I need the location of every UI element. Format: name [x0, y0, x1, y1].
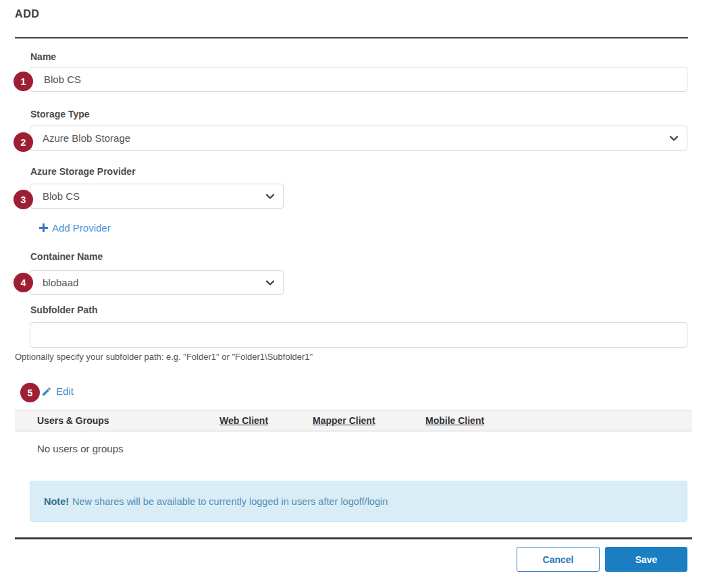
subfolder-help-text: Optionally specify your subfolder path: …	[15, 352, 313, 362]
page-title: ADD	[15, 8, 39, 20]
cancel-button[interactable]: Cancel	[517, 547, 600, 572]
container-label: Container Name	[30, 251, 103, 262]
provider-field-wrap: Blob CS	[30, 184, 284, 209]
name-input[interactable]	[30, 67, 687, 92]
step-badge-4: 4	[14, 273, 33, 292]
subfolder-input[interactable]	[30, 322, 687, 348]
header-users-groups: Users & Groups	[15, 415, 219, 426]
storage-type-label: Storage Type	[30, 109, 90, 119]
step-badge-1: 1	[14, 72, 33, 91]
subfolder-label: Subfolder Path	[30, 304, 98, 315]
empty-table-message: No users or groups	[15, 431, 692, 454]
add-provider-label: Add Provider	[52, 222, 111, 234]
step-badge-2: 2	[14, 132, 33, 152]
pencil-icon	[41, 386, 52, 397]
subfolder-field-wrap	[30, 322, 687, 348]
provider-label: Azure Storage Provider	[30, 166, 136, 177]
edit-link-label: Edit	[56, 385, 74, 397]
edit-permissions-link[interactable]: Edit	[41, 385, 74, 397]
info-note: Note! New shares will be available to cu…	[30, 481, 687, 522]
note-bold-label: Note!	[44, 496, 69, 507]
container-field-wrap: blobaad	[30, 270, 284, 295]
permissions-table: Users & Groups Web Client Mapper Client …	[15, 410, 692, 454]
container-select[interactable]: blobaad	[30, 270, 284, 295]
add-provider-link[interactable]: Add Provider	[39, 222, 111, 234]
top-divider	[15, 37, 688, 38]
add-share-dialog: ADD Name 1 Storage Type Azure Blob Stora…	[0, 0, 707, 588]
name-field-wrap	[30, 67, 687, 92]
bottom-divider	[15, 537, 692, 539]
step-badge-3: 3	[14, 190, 33, 209]
header-web-client: Web Client	[219, 415, 313, 426]
header-mobile-client: Mobile Client	[425, 415, 692, 426]
permissions-table-header: Users & Groups Web Client Mapper Client …	[15, 410, 692, 431]
provider-select[interactable]: Blob CS	[30, 184, 284, 209]
storage-type-field-wrap: Azure Blob Storage	[30, 126, 687, 151]
note-text: New shares will be available to currentl…	[72, 496, 388, 507]
step-badge-5: 5	[20, 383, 40, 402]
storage-type-select[interactable]: Azure Blob Storage	[30, 126, 687, 151]
save-button[interactable]: Save	[605, 547, 687, 572]
name-label: Name	[30, 51, 56, 62]
plus-icon	[39, 223, 48, 232]
header-mapper-client: Mapper Client	[313, 415, 425, 426]
